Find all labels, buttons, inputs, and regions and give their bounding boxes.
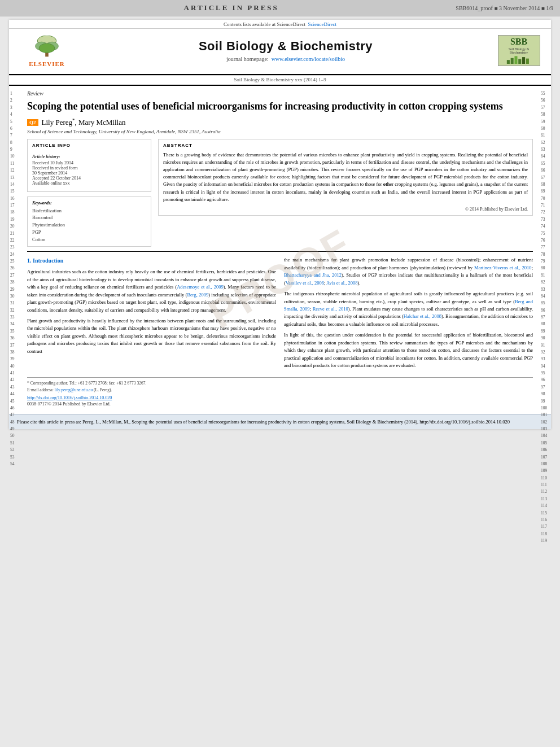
corresponding-author-note: * Corresponding author. Tel.: +61 2 6773… xyxy=(27,380,533,386)
berg-ref[interactable]: Berg, 2009 xyxy=(187,292,208,298)
intro-heading: 1. Introduction xyxy=(27,256,276,265)
sbb-letters: SBB xyxy=(510,37,527,46)
email-label: E-mail address: xyxy=(27,387,55,392)
intro-para2: Plant growth and productivity is heavily… xyxy=(27,317,276,355)
bhattacharyya-ref[interactable]: Bhattacharyya and Jha, 2012 xyxy=(284,272,342,278)
journal-top-line: Contents lists available at ScienceDirec… xyxy=(9,20,551,29)
body-col-left: 1. Introduction Agricultural industries … xyxy=(27,256,276,373)
contents-list-label: Contents lists available at ScienceDirec… xyxy=(224,21,305,27)
abstract-box: ABSTRACT There is a growing body of evid… xyxy=(158,139,533,216)
citation-text: Please cite this article in press as: Pe… xyxy=(17,419,510,425)
journal-issue-info: Soil Biology & Biochemistry xxx (2014) 1… xyxy=(234,77,326,82)
martinez-ref[interactable]: Martinez-Viveros et al., 2010 xyxy=(474,265,532,270)
body-content: 1. Introduction Agricultural industries … xyxy=(27,256,533,373)
abstract-text: There is a growing body of evidence that… xyxy=(163,151,528,203)
article-info-abstract-row: ARTICLE INFO Article history: Received 1… xyxy=(27,139,533,247)
keywords-box: Keywords: Biofertilization Biocontrol Ph… xyxy=(27,196,151,247)
journal-title-center: Soil Biology & Biochemistry journal home… xyxy=(78,39,493,62)
sciencedirect-link[interactable]: ScienceDirect xyxy=(308,21,336,27)
revised-label: Received in revised form xyxy=(32,165,146,171)
intro-para1: Agricultural industries such as the cott… xyxy=(27,268,276,314)
article-title: Scoping the potential uses of beneficial… xyxy=(27,100,533,113)
affiliation: School of Science and Technology, Univer… xyxy=(27,129,533,134)
history-label: Article history: xyxy=(32,154,60,159)
journal-homepage-label: journal homepage: xyxy=(226,56,269,62)
line-numbers-right: 555657 585960 616263 646566 676869 70717… xyxy=(541,86,550,544)
abstract-title: ABSTRACT xyxy=(163,143,528,148)
available-online: Available online xxx xyxy=(32,181,146,186)
sbb-logo: SBB Soil Biology &Biochemistry xyxy=(498,35,540,66)
elsevier-label: ELSEVIER xyxy=(29,60,65,67)
elsevier-tree-icon xyxy=(30,36,64,59)
journal-header: Contents lists available at ScienceDirec… xyxy=(9,20,551,75)
keyword-cotton: Cotton xyxy=(32,236,146,243)
avis-ref[interactable]: Avis et al., 2008 xyxy=(326,280,357,286)
email-link[interactable]: lily.pereg@une.edu.au xyxy=(55,387,93,392)
content-area: PROOF 123 456 789 101112 131415 161718 1… xyxy=(9,86,551,414)
keywords-label: Keywords: xyxy=(32,200,146,206)
journal-info-bar: Soil Biology & Biochemistry xxx (2014) 1… xyxy=(9,75,551,85)
journal-title: Soil Biology & Biochemistry xyxy=(78,39,493,54)
top-banner: ARTICLE IN PRESS SBB6014_proof ■ 3 Novem… xyxy=(0,0,560,16)
journal-homepage-link[interactable]: www.elsevier.com/locate/soilbio xyxy=(272,56,345,62)
sbb-chart-icon xyxy=(504,54,535,64)
intro-para3: the main mechanisms for plant growth pro… xyxy=(284,256,533,287)
halchar-ref[interactable]: Halchar et al., 2008 xyxy=(404,313,441,319)
sbb-full-name: Soil Biology &Biochemistry xyxy=(509,47,530,54)
proof-info: SBB6014_proof ■ 3 November 2014 ■ 1/9 xyxy=(456,5,553,11)
body-col-right: the main mechanisms for plant growth pro… xyxy=(284,256,533,373)
keyword-pgp: PGP xyxy=(32,229,146,236)
section-divider xyxy=(27,251,533,252)
intro-para4: The indigenous rhizospheric microbial po… xyxy=(284,290,533,328)
keyword-phytostimulation: Phytostimulation xyxy=(32,221,146,229)
corresponding-text: * Corresponding author. Tel.: +61 2 6773… xyxy=(27,381,146,386)
article-history: Article history: Received 10 July 2014 R… xyxy=(32,150,146,186)
abstract-column: ABSTRACT There is a growing body of evid… xyxy=(158,139,533,247)
svg-rect-6 xyxy=(506,60,509,64)
journal-homepage: journal homepage: www.elsevier.com/locat… xyxy=(78,56,493,62)
adesemoye-ref[interactable]: Adesemoye et al., 2009 xyxy=(177,284,223,290)
doi-line: http://dx.doi.org/10.1016/j.soilbio.2014… xyxy=(27,395,533,400)
accepted-date: Accepted 22 October 2014 xyxy=(32,176,146,181)
svg-rect-8 xyxy=(514,56,517,64)
bottom-citation-bar: Please cite this article in press as: Pe… xyxy=(9,414,551,429)
received-date: Received 10 July 2014 xyxy=(32,160,146,165)
line-numbers-left: 123 456 789 101112 131415 161718 192021 … xyxy=(10,86,19,468)
email-person: (L. Pereg). xyxy=(94,387,112,392)
authors-row: Q2 Lily Pereg*, Mary McMillan xyxy=(27,117,533,127)
email-note: E-mail address: lily.pereg@une.edu.au (L… xyxy=(27,387,533,393)
vassilev-ref[interactable]: Vassilev et al., 2006 xyxy=(286,280,324,286)
intro-para5: In light of this, the question under con… xyxy=(284,331,533,369)
article-info-column: ARTICLE INFO Article history: Received 1… xyxy=(27,139,151,247)
revised-date: 30 September 2014 xyxy=(32,171,146,176)
authors-text: Lily Pereg*, Mary McMillan xyxy=(42,117,126,127)
q2-badge: Q2 xyxy=(27,119,38,126)
keyword-biocontrol: Biocontrol xyxy=(32,214,146,221)
svg-rect-9 xyxy=(518,59,521,64)
elsevier-logo: ELSEVIER xyxy=(16,33,78,67)
issn-line: 0038-0717/© 2014 Published by Elsevier L… xyxy=(27,401,533,407)
footnote-area: * Corresponding author. Tel.: +61 2 6773… xyxy=(27,377,533,393)
reeve-ref[interactable]: Reeve et al., 2010 xyxy=(313,306,348,312)
article-info-title: ARTICLE INFO xyxy=(32,143,146,148)
copyright-notice: © 2014 Published by Elsevier Ltd. xyxy=(163,207,528,212)
article-info-box: ARTICLE INFO Article history: Received 1… xyxy=(27,139,151,192)
svg-rect-11 xyxy=(526,58,528,63)
doi-link[interactable]: http://dx.doi.org/10.1016/j.soilbio.2014… xyxy=(27,395,112,400)
journal-logo-row: ELSEVIER Soil Biology & Biochemistry jou… xyxy=(9,29,551,72)
svg-rect-7 xyxy=(510,58,513,63)
review-label: Review xyxy=(27,90,543,97)
svg-rect-10 xyxy=(522,57,525,64)
keyword-biofertilization: Biofertilization xyxy=(32,207,146,215)
page-wrapper: Contents lists available at ScienceDirec… xyxy=(9,20,551,429)
article-in-press-label: ARTICLE IN PRESS xyxy=(7,3,456,12)
journal-logo-right: SBB Soil Biology &Biochemistry xyxy=(493,33,544,67)
svg-point-5 xyxy=(39,43,55,53)
